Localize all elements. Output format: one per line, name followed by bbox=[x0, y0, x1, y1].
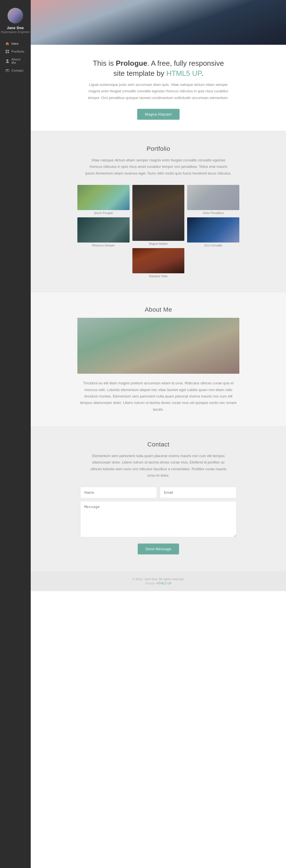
sidebar-item-about-label: About Me bbox=[11, 58, 26, 64]
intro-heading-suffix: . A free, fully responsive bbox=[147, 59, 224, 67]
sidebar-item-intro-label: Intro bbox=[11, 42, 19, 45]
portfolio-label-1: Ipsum Feugiat bbox=[94, 211, 113, 215]
footer-design-prefix: Design: bbox=[145, 582, 156, 585]
contact-submit-row: Send Message bbox=[80, 544, 237, 554]
intro-heading-period: . bbox=[201, 69, 203, 78]
portfolio-item-1[interactable]: Ipsum Feugiat bbox=[77, 185, 130, 215]
portfolio-label-4: Rhoncus Semper bbox=[92, 244, 115, 247]
portfolio-item-4[interactable]: Rhoncus Semper bbox=[77, 217, 130, 247]
portfolio-col-left: Ipsum Feugiat Rhoncus Semper bbox=[77, 185, 130, 278]
main-content: This is Prologue. A free, fully responsi… bbox=[31, 0, 286, 868]
contact-message-textarea[interactable] bbox=[80, 501, 237, 537]
intro-section: This is Prologue. A free, fully responsi… bbox=[31, 45, 286, 131]
sidebar-item-about[interactable]: About Me bbox=[0, 55, 31, 67]
intro-body: Ligula scelerisque justo sem accumsan di… bbox=[83, 82, 234, 101]
sidebar-nav: Intro Portfolio About Me Contact bbox=[0, 40, 31, 74]
about-title: About Me bbox=[45, 306, 272, 313]
intro-heading: This is Prologue. A free, fully responsi… bbox=[47, 58, 269, 79]
portfolio-col-right: Dolor Penatibus Orci Convallis bbox=[187, 185, 239, 278]
contact-section: Contact Elementum sem parturient nulla q… bbox=[31, 427, 286, 571]
contact-name-input[interactable] bbox=[80, 487, 157, 498]
person-icon bbox=[5, 59, 9, 63]
about-image bbox=[77, 318, 239, 374]
portfolio-item-3[interactable]: Dolor Penatibus bbox=[187, 185, 239, 215]
portfolio-label-3: Dolor Penatibus bbox=[203, 211, 224, 215]
portfolio-label-6: Orci Convallis bbox=[204, 244, 222, 247]
portfolio-col-center: Magna Nullam Natoque Vitae bbox=[132, 185, 185, 278]
portfolio-label-2: Magna Nullam bbox=[149, 242, 168, 245]
portfolio-item-6[interactable]: Orci Convallis bbox=[187, 217, 239, 247]
sidebar-item-contact[interactable]: Contact bbox=[0, 67, 31, 74]
intro-heading-bold: Prologue bbox=[116, 59, 147, 67]
footer-html5up-link[interactable]: HTML5 UP bbox=[156, 582, 172, 585]
intro-heading-line2-prefix: site template by bbox=[113, 69, 166, 78]
sidebar-item-intro[interactable]: Intro bbox=[0, 40, 31, 48]
contact-name-email-row bbox=[80, 487, 237, 498]
intro-heading-prefix: This is bbox=[93, 59, 116, 67]
sidebar-name: Jane Doe bbox=[7, 26, 24, 30]
contact-title: Contact bbox=[45, 441, 272, 448]
avatar bbox=[7, 8, 23, 24]
sidebar: Jane Doe Hyperspace Engineer Intro Portf… bbox=[0, 0, 31, 868]
sidebar-item-portfolio[interactable]: Portfolio bbox=[0, 48, 31, 55]
portfolio-item-5[interactable]: Natoque Vitae bbox=[132, 248, 185, 278]
site-footer: © 2013, Jane Doe. All rights reserved. D… bbox=[31, 571, 286, 591]
contact-email-input[interactable] bbox=[160, 487, 237, 498]
footer-design: Design: HTML5 UP bbox=[31, 582, 286, 585]
portfolio-label-5: Natoque Vitae bbox=[149, 274, 168, 278]
about-body: Tincidunt eu elit diam magnis pretium ac… bbox=[80, 380, 237, 412]
portfolio-grid: Ipsum Feugiat Rhoncus Semper Magna Nulla… bbox=[77, 185, 239, 278]
about-section: About Me Tincidunt eu elit diam magnis p… bbox=[31, 292, 286, 427]
send-message-button[interactable]: Send Message bbox=[138, 544, 179, 554]
home-icon bbox=[5, 42, 9, 45]
sidebar-title: Hyperspace Engineer bbox=[1, 30, 30, 34]
contact-desc: Elementum sem parturient nulla quam plac… bbox=[88, 453, 228, 479]
portfolio-item-2[interactable]: Magna Nullam bbox=[132, 185, 185, 245]
contact-form: Send Message bbox=[80, 487, 237, 554]
portfolio-title: Portfolio bbox=[45, 145, 272, 152]
hero-image bbox=[31, 0, 286, 45]
portfolio-section: Portfolio Vitae natoque dictum etiam sem… bbox=[31, 131, 286, 292]
envelope-icon bbox=[5, 69, 9, 72]
footer-copyright: © 2013, Jane Doe. All rights reserved. bbox=[31, 577, 286, 581]
portfolio-desc: Vitae natoque dictum etiam semper magnis… bbox=[84, 157, 233, 177]
sidebar-item-portfolio-label: Portfolio bbox=[11, 50, 24, 53]
magna-aliquam-button[interactable]: Magna Aliquam bbox=[137, 109, 180, 120]
sidebar-item-contact-label: Contact bbox=[11, 69, 24, 72]
grid-icon bbox=[5, 50, 9, 53]
html5up-link[interactable]: HTML5 UP bbox=[166, 69, 201, 78]
